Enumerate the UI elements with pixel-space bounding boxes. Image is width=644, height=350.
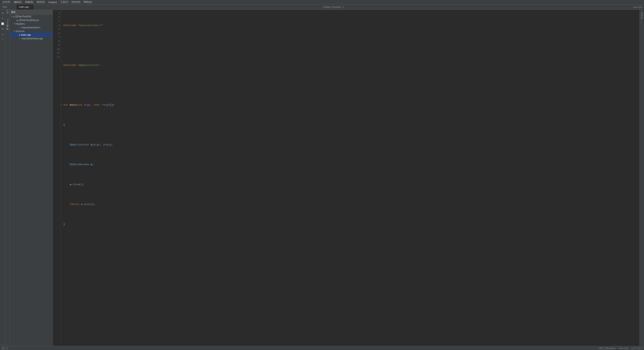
menu-build[interactable]: 构建(B) — [24, 0, 35, 4]
code-class-mmw: MyMainWindow — [70, 163, 89, 167]
tree-item-mymainwindow-cpp[interactable]: — mymainwindow.cpp — [10, 37, 52, 40]
code-line-11: } — [63, 222, 638, 226]
code-kw-int2: int — [78, 103, 82, 107]
h-file-icon: — — [19, 26, 21, 29]
cpp-file-icon: ■ — [19, 34, 20, 36]
code-var-a: a( — [90, 143, 94, 147]
arrow-icon: ▼ — [10, 15, 13, 17]
sidebar-icon-info[interactable]: ⓘ — [0, 32, 5, 37]
code-kw-int: int — [63, 103, 68, 107]
code-kw-char: char — [94, 103, 100, 107]
code-arg-argc: argc — [94, 143, 100, 147]
tabbar: 项目 main.cpp × <Select Symbol> ▼ Unix (LE… — [0, 4, 644, 10]
debug-label[interactable]: Debug — [640, 11, 644, 19]
sidebar-label-design[interactable]: 设计 — [6, 15, 10, 16]
code-line-7: QApplication a( argc , argv ); — [63, 143, 638, 147]
tab-main-cpp[interactable]: main.cpp × — [16, 4, 34, 9]
cpp2-file-icon: — — [19, 37, 21, 40]
menu-edit[interactable]: 编辑(E) — [12, 0, 24, 4]
tree-item-headers[interactable]: ▼ Headers — [10, 22, 52, 26]
line-num-4: 4 — [54, 23, 60, 27]
code-param-argv: argv — [103, 103, 110, 107]
line-num-2: 2 — [54, 15, 60, 19]
code-comma2: , — [100, 143, 103, 147]
code-line-4 — [63, 83, 638, 87]
tree-item-pro[interactable]: ◆ QPlainTextEdit.pro — [10, 18, 52, 22]
sidebar-icon-edit[interactable]: ✎ — [0, 16, 5, 21]
code-space-5: * — [100, 103, 104, 107]
tree-label-main-cpp: main.cpp — [21, 33, 31, 36]
code-line-3: #include <QApplication> — [63, 63, 638, 67]
code-comma: , — [90, 103, 94, 107]
statusbar-line-ending: Unix (LE) — [619, 347, 628, 350]
code-class-qapp: QApplication — [70, 143, 89, 147]
code-line-10: return a. exec (); — [63, 202, 638, 206]
code-line-8: MyMainWindow w; — [63, 163, 638, 167]
sidebar-icon-files[interactable]: ⬜ — [0, 21, 5, 26]
tree-label-header-file: mymainwindow.h — [22, 26, 40, 29]
code-paren-open: ( — [76, 103, 78, 107]
code-indent-9: w. — [63, 182, 73, 187]
symbol-select-dropdown[interactable]: <Select Symbol> ▼ — [320, 4, 346, 9]
code-semi-10: (); — [90, 202, 95, 206]
code-space-3 — [68, 103, 70, 107]
code-string-1: "mymainwindow.h" — [78, 23, 103, 27]
code-arg-argv: argv — [103, 143, 110, 147]
tree-item-root[interactable]: ▼ ■ QPlainTextEdit — [10, 15, 52, 18]
editor-area[interactable]: 1 2 3 4 5 6 7 8 9 10 11 12 #include "mym — [53, 10, 640, 346]
code-content[interactable]: #include "mymainwindow.h" #include <QApp… — [61, 10, 640, 346]
chevron-down-icon: ▼ — [342, 6, 344, 8]
code-func-main: main — [70, 103, 76, 107]
code-view: 1 2 3 4 5 6 7 8 9 10 11 12 #include "mym — [53, 10, 640, 346]
symbol-select-label: <Select Symbol> — [323, 6, 342, 8]
line-num-6: 6 — [54, 31, 60, 35]
line-numbers: 1 2 3 4 5 6 7 8 9 10 11 12 — [53, 10, 61, 346]
code-indent-7 — [63, 143, 70, 147]
line-num-10: 10 — [54, 47, 60, 51]
statusbar-cursor: Ln 1, Col 1 — [632, 347, 642, 350]
code-line-6: { — [63, 123, 638, 127]
statusbar: QP...it CRLF (Windows) Unix (LE) Ln 1, C… — [0, 346, 644, 350]
code-string-2: <QApplication> — [78, 63, 100, 67]
sidebar-label-project2[interactable]: 项目 — [6, 28, 10, 29]
sidebar-icon-gear[interactable]: ⚙ — [0, 26, 5, 31]
menu-analyze[interactable]: Analyze — [46, 0, 59, 4]
sidebar-label-debug[interactable]: Debug — [6, 18, 9, 26]
file-icon: ◆ — [16, 19, 18, 21]
tab-project[interactable]: 项目 — [0, 4, 16, 9]
menubar: 文件(F) 编辑(E) 构建(B) 调试(D) Analyze 工具(T) 控件… — [0, 0, 644, 4]
code-semi-7: ); — [110, 143, 113, 147]
fold-arrow-icon[interactable]: ▼ — [61, 104, 63, 106]
code-space-2 — [76, 63, 78, 67]
sidebar-label-help[interactable]: 帮助 — [6, 31, 10, 33]
main-layout: ⊞ ✎ ⬜ ⚙ ⓘ ? 项目 设计 Debug 项目 帮助 项目 ▼ ■ QPl… — [0, 10, 644, 346]
code-brace-open: { — [63, 123, 65, 127]
menu-help[interactable]: 帮助(H) — [82, 0, 94, 4]
sidebar-icon-help[interactable]: ? — [0, 37, 5, 42]
code-bracket: []) — [110, 103, 114, 107]
menu-tools[interactable]: 工具(T) — [59, 0, 70, 4]
statusbar-encoding: CRLF (Windows) — [598, 347, 616, 350]
menu-debug[interactable]: 调试(D) — [35, 0, 46, 4]
menu-file[interactable]: 文件(F) — [1, 0, 12, 4]
file-tree-header: 项目 — [10, 10, 52, 15]
line-num-3: 3 — [54, 19, 60, 23]
tree-item-main-cpp[interactable]: ■ main.cpp — [10, 33, 52, 37]
file-tree-panel: 项目 ▼ ■ QPlainTextEdit ◆ QPlainTextEdit.p… — [10, 10, 53, 346]
menu-controls[interactable]: 控件(W) — [70, 0, 82, 4]
tree-item-header-file[interactable]: — mymainwindow.h — [10, 26, 52, 29]
tree-item-sources[interactable]: ▼ Sources — [10, 29, 52, 33]
line-num-8: 8 — [54, 39, 60, 43]
line-num-5: 5 — [54, 27, 60, 31]
code-indent-8 — [63, 163, 70, 167]
code-param-argc: argc — [84, 103, 90, 107]
code-line-5: ▼ int main ( int argc , char * argv []) — [63, 103, 638, 107]
code-method-exec: exec — [84, 202, 90, 206]
code-space-4 — [82, 103, 84, 107]
line-ending-indicator: Unix (LE) — [633, 4, 644, 9]
sidebar-icon-grid[interactable]: ⊞ — [0, 10, 5, 15]
tab-close-icon[interactable]: × — [30, 6, 31, 8]
code-line-1: #include "mymainwindow.h" — [63, 23, 638, 27]
tree-label-headers: Headers — [16, 22, 25, 25]
sidebar-label-project[interactable]: 项目 — [6, 11, 10, 13]
